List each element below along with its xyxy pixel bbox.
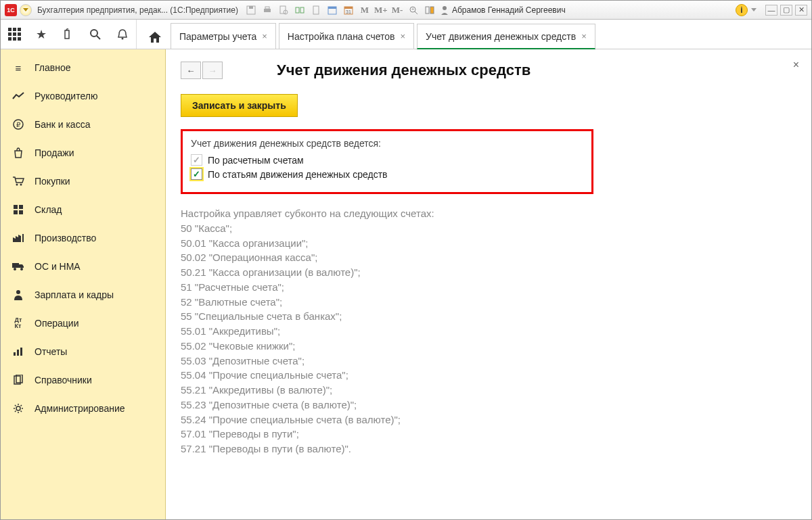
svg-rect-10	[328, 7, 336, 9]
account-line: 51 "Расчетные счета";	[181, 280, 796, 295]
svg-rect-37	[20, 348, 22, 356]
truck-icon	[12, 260, 25, 273]
sidebar-item-purchases[interactable]: Покупки	[1, 167, 165, 195]
memory-m-icon[interactable]: M	[359, 4, 371, 16]
tab-chart-of-accounts[interactable]: Настройка плана счетов ×	[279, 23, 414, 49]
zoom-icon[interactable]: +	[407, 4, 420, 16]
search-icon[interactable]	[89, 28, 102, 41]
sidebar-item-reports[interactable]: Отчеты	[1, 337, 165, 366]
nav-forward-button[interactable]: →	[202, 62, 223, 79]
tab-close-icon[interactable]: ×	[400, 31, 405, 41]
panels-icon[interactable]	[424, 4, 436, 16]
sidebar-item-label: Администрирование	[35, 403, 125, 414]
main-menu-dropdown[interactable]	[20, 4, 32, 16]
trend-icon	[12, 89, 25, 103]
compare-icon[interactable]	[294, 4, 306, 16]
sidebar-item-label: ОС и НМА	[35, 261, 81, 272]
sidebar-item-production[interactable]: Производство	[1, 224, 165, 252]
person-icon	[12, 288, 25, 302]
tab-cash-flow[interactable]: Учет движения денежных средств ×	[417, 24, 595, 49]
memory-mplus-icon[interactable]: M+	[375, 4, 387, 16]
svg-point-33	[20, 268, 23, 270]
calendar31-icon[interactable]: 31	[342, 4, 355, 16]
minimize-button[interactable]: —	[765, 5, 777, 16]
checkbox-row-cashflow-items: ✓ По статьям движения денежных средств	[191, 168, 583, 180]
account-line: 55.04 "Прочие специальные счета";	[181, 368, 796, 383]
sidebar-item-catalogs[interactable]: Справочники	[1, 366, 165, 394]
svg-rect-30	[19, 210, 23, 214]
nav-back-button[interactable]: ←	[181, 62, 201, 79]
account-line: 52 "Валютные счета";	[181, 295, 796, 310]
sidebar-item-bank[interactable]: ₽Банк и касса	[1, 110, 165, 139]
sidebar-item-label: Главное	[35, 62, 71, 73]
svg-rect-6	[296, 7, 299, 13]
memory-mminus-icon[interactable]: M-	[391, 4, 403, 16]
save-icon[interactable]	[245, 4, 257, 16]
home-tab[interactable]	[143, 26, 166, 49]
checkbox-label: По статьям движения денежных средств	[208, 169, 388, 180]
calendar-icon[interactable]	[326, 4, 338, 16]
svg-point-25	[16, 184, 18, 186]
sidebar-item-admin[interactable]: Администрирование	[1, 394, 165, 423]
close-page-button[interactable]: ×	[793, 59, 799, 71]
checkbox-by-cashflow-items[interactable]: ✓	[191, 168, 202, 180]
info-dropdown-icon[interactable]	[748, 4, 760, 16]
chart-icon	[12, 345, 25, 358]
print-icon[interactable]	[261, 4, 273, 16]
sidebar-item-main[interactable]: ≡Главное	[1, 53, 165, 82]
sidebar-item-operations[interactable]: ДтКтОперации	[1, 309, 165, 337]
books-icon	[12, 373, 25, 387]
account-line: 55.21 "Аккредитивы (в валюте)";	[181, 383, 796, 398]
svg-rect-7	[300, 7, 304, 13]
tab-close-icon[interactable]: ×	[262, 31, 267, 41]
user-name: Абрамов Геннадий Сергеевич	[452, 5, 566, 15]
function-bar: ★ Параметры учета × Настройка плана счет…	[1, 20, 811, 49]
svg-text:+: +	[411, 6, 415, 12]
svg-rect-12	[344, 7, 353, 9]
sidebar-item-assets[interactable]: ОС и НМА	[1, 252, 165, 281]
svg-text:₽: ₽	[16, 121, 21, 128]
svg-point-26	[20, 184, 22, 186]
sidebar-item-manager[interactable]: Руководителю	[1, 82, 165, 110]
preview-icon[interactable]	[277, 4, 290, 16]
sidebar: ≡Главное Руководителю ₽Банк и касса Прод…	[1, 49, 166, 519]
svg-point-19	[443, 6, 447, 10]
tab-accounting-params[interactable]: Параметры учета ×	[171, 23, 276, 49]
sidebar-item-sales[interactable]: Продажи	[1, 139, 165, 167]
accounts-description: Настройка управляет субконто на следующи…	[181, 206, 796, 456]
svg-line-15	[415, 11, 418, 14]
highlighted-section: Учет движения денежных средств ведется: …	[181, 129, 593, 194]
history-icon[interactable]	[62, 28, 75, 41]
account-line: 50 "Касса";	[181, 221, 796, 236]
svg-point-20	[91, 30, 97, 37]
svg-rect-31	[12, 263, 19, 268]
svg-rect-1	[249, 6, 253, 9]
notifications-icon[interactable]	[116, 28, 129, 41]
sidebar-item-label: Продажи	[35, 147, 74, 158]
info-icon[interactable]: i	[736, 4, 748, 16]
maximize-button[interactable]: ▢	[780, 5, 792, 16]
close-button[interactable]: ✕	[795, 5, 807, 16]
svg-rect-2	[264, 9, 271, 12]
tab-label: Учет движения денежных средств	[426, 31, 576, 42]
save-close-button[interactable]: Записать и закрыть	[181, 94, 298, 117]
tab-label: Настройка плана счетов	[288, 31, 395, 42]
account-line: 55 "Специальные счета в банках";	[181, 309, 796, 324]
current-user[interactable]: Абрамов Геннадий Сергеевич	[440, 5, 566, 15]
favorites-icon[interactable]: ★	[35, 28, 48, 41]
cart-icon	[12, 174, 25, 188]
apps-grid-icon[interactable]	[7, 28, 21, 41]
section-label: Учет движения денежных средств ведется:	[191, 138, 583, 149]
svg-point-40	[16, 406, 20, 410]
sidebar-item-label: Производство	[35, 233, 96, 243]
sidebar-item-label: Банк и касса	[35, 119, 90, 130]
open-tabs: Параметры учета × Настройка плана счетов…	[137, 20, 598, 49]
tab-close-icon[interactable]: ×	[581, 31, 587, 41]
sidebar-item-label: Операции	[35, 318, 79, 329]
svg-point-32	[14, 268, 16, 270]
sidebar-item-warehouse[interactable]: Склад	[1, 195, 165, 224]
account-line: 55.02 "Чековые книжки";	[181, 339, 796, 354]
page-title: Учет движения денежных средств	[277, 62, 531, 79]
sidebar-item-hr[interactable]: Зарплата и кадры	[1, 281, 165, 309]
document-icon[interactable]	[310, 4, 322, 16]
